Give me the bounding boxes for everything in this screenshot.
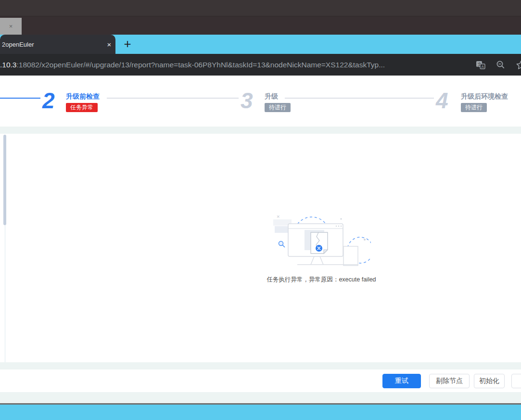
step-2-label: 升级前检查 (66, 92, 100, 100)
step-2: 升级前检查 任务异常 (66, 92, 100, 112)
step-2-number: 2 (42, 89, 55, 112)
url-text[interactable]: .10.3:18082/x2openEuler/#/upgrade/13/rep… (0, 54, 385, 76)
step-4-label: 升级后环境检查 (461, 92, 508, 100)
divider-band-bottom (0, 392, 521, 403)
stepper-connector-before-2 (0, 98, 40, 99)
tab-strip: 2openEuler × + (0, 35, 521, 54)
background-window-strip: × (0, 16, 521, 35)
zoom-out-icon[interactable] (496, 60, 505, 69)
svg-text:×: × (277, 214, 280, 219)
step-4-status-badge: 待进行 (461, 103, 487, 112)
url-path: :18082/x2openEuler/#/upgrade/13/report?n… (16, 61, 385, 69)
step-3-status-badge: 待进行 (265, 103, 291, 112)
scrollbar-thumb[interactable] (3, 135, 6, 225)
tab-title: 2openEuler (0, 41, 103, 48)
divider-band-top (0, 127, 521, 134)
translate-icon[interactable]: 文 A (476, 60, 485, 70)
app-page: 2 升级前检查 任务异常 3 升级 待进行 4 升级后环境检查 待进行 × (0, 76, 521, 420)
stepper-connector-2-3 (107, 98, 239, 99)
svg-text:A: A (481, 64, 484, 69)
cutoff-button[interactable] (511, 374, 521, 388)
stepper-connector-3-4 (285, 98, 434, 99)
url-bar[interactable]: .10.3:18082/x2openEuler/#/upgrade/13/rep… (0, 54, 521, 76)
background-tab-close-icon[interactable]: × (9, 23, 13, 29)
step-3: 升级 待进行 (265, 92, 291, 112)
retry-button[interactable]: 重试 (382, 374, 421, 388)
remove-node-button[interactable]: 剔除节点 (429, 374, 470, 388)
tab-x2openeuler[interactable]: 2openEuler × (0, 35, 115, 54)
task-error-state: × (225, 206, 418, 284)
step-3-number: 3 (241, 89, 253, 112)
new-tab-button[interactable]: + (120, 36, 135, 52)
step-3-label: 升级 (265, 92, 278, 100)
error-illustration: × (272, 206, 371, 271)
initialize-button[interactable]: 初始化 (474, 374, 505, 388)
background-tab[interactable]: × (0, 18, 22, 35)
divider-band-mid (0, 362, 521, 369)
window-titlebar (0, 0, 521, 16)
report-panel: × (0, 134, 521, 362)
step-4: 升级后环境检查 待进行 (461, 92, 508, 112)
action-footer: 重试 剔除节点 初始化 (0, 369, 521, 392)
browser-window: × 2openEuler × + .10.3:18082/x2openEuler… (0, 0, 521, 420)
bottom-accent-bar (0, 405, 521, 420)
task-error-message: 任务执行异常，异常原因：execute failed (225, 276, 418, 284)
bookmark-star-icon[interactable] (516, 60, 521, 70)
url-host: .10.3 (0, 61, 16, 69)
tab-close-icon[interactable]: × (103, 40, 115, 49)
step-2-status-badge: 任务异常 (66, 103, 98, 112)
step-4-number: 4 (436, 89, 448, 112)
